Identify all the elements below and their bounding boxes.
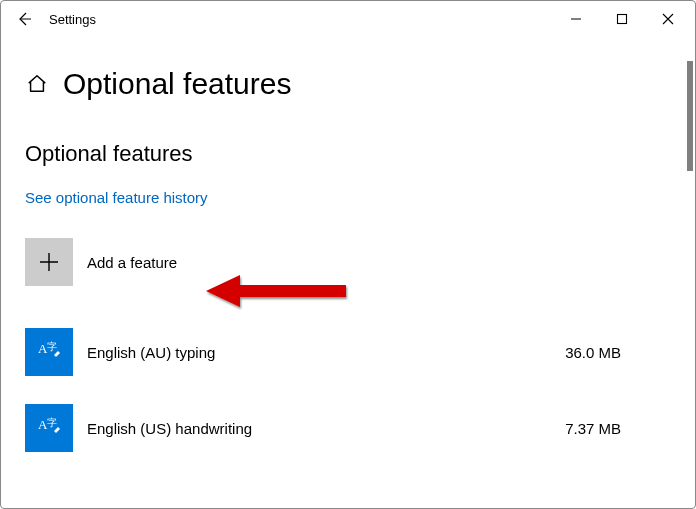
window-title: Settings — [49, 12, 96, 27]
history-link[interactable]: See optional feature history — [25, 189, 671, 206]
home-icon[interactable] — [25, 72, 49, 96]
arrow-left-icon — [16, 11, 32, 27]
page-title: Optional features — [63, 67, 291, 101]
close-icon — [662, 13, 674, 25]
close-button[interactable] — [645, 1, 691, 37]
maximize-icon — [616, 13, 628, 25]
feature-size: 7.37 MB — [565, 420, 621, 437]
titlebar: Settings — [1, 1, 695, 37]
section-title: Optional features — [25, 141, 671, 167]
back-button[interactable] — [5, 1, 43, 37]
feature-name: English (AU) typing — [87, 344, 551, 361]
language-icon: A 字 — [25, 404, 73, 452]
feature-item[interactable]: A 字 English (AU) typing 36.0 MB — [25, 328, 671, 376]
svg-text:字: 字 — [47, 341, 57, 352]
feature-name: English (US) handwriting — [87, 420, 551, 437]
add-feature-button[interactable]: Add a feature — [25, 238, 671, 286]
language-icon: A 字 — [25, 328, 73, 376]
feature-size: 36.0 MB — [565, 344, 621, 361]
page-header: Optional features — [25, 67, 671, 101]
svg-rect-0 — [618, 15, 627, 24]
scrollbar-thumb[interactable] — [687, 61, 693, 171]
add-feature-label: Add a feature — [87, 254, 177, 271]
plus-icon — [25, 238, 73, 286]
feature-item[interactable]: A 字 English (US) handwriting 7.37 MB — [25, 404, 671, 452]
svg-text:字: 字 — [47, 417, 57, 428]
maximize-button[interactable] — [599, 1, 645, 37]
content-area: Optional features Optional features See … — [1, 67, 695, 452]
minimize-icon — [570, 13, 582, 25]
minimize-button[interactable] — [553, 1, 599, 37]
